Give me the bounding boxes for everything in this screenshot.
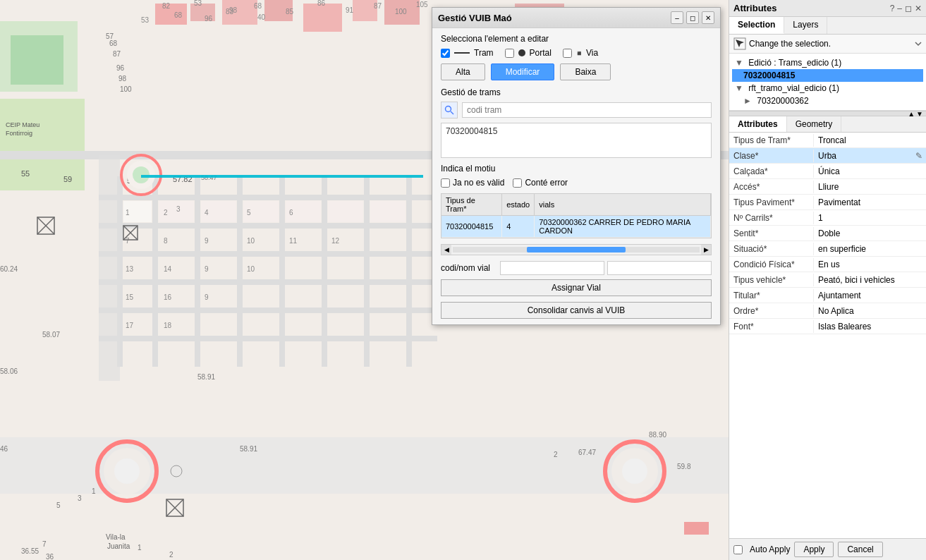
tram-checkbox-item: Tram bbox=[441, 48, 494, 58]
tab-layers[interactable]: Layers bbox=[784, 17, 827, 34]
svg-text:10: 10 bbox=[247, 237, 255, 245]
svg-text:88.90: 88.90 bbox=[649, 431, 666, 439]
attr-value: No Aplica bbox=[814, 305, 926, 317]
search-icon-btn[interactable] bbox=[441, 102, 458, 118]
attr-row: Tipus de Tram* Troncal bbox=[729, 133, 926, 148]
tram-checkbox[interactable] bbox=[441, 49, 450, 58]
tree-label-70320004815: 70320004815 bbox=[743, 71, 795, 80]
indica-motiu-label: Indica el motiu bbox=[441, 164, 712, 174]
dialog-restore-btn[interactable]: ◻ bbox=[686, 11, 699, 24]
attr-tab-attributes[interactable]: Attributes bbox=[729, 116, 787, 132]
attr-row: Font* Islas Baleares bbox=[729, 319, 926, 334]
portal-checkbox[interactable] bbox=[505, 49, 514, 58]
tree-item-70320000362[interactable]: ► 70320000362 bbox=[732, 95, 923, 107]
modificar-btn[interactable]: Modificar bbox=[491, 63, 555, 80]
svg-text:11: 11 bbox=[289, 237, 298, 245]
right-panel: Attributes ? – ◻ ✕ Selection Layers Chan… bbox=[729, 0, 926, 560]
assignar-vial-btn[interactable]: Assignar Vial bbox=[441, 279, 712, 296]
svg-text:98: 98 bbox=[118, 75, 127, 83]
attr-label: Calçada* bbox=[729, 165, 814, 178]
attr-row: Clase* Urba ✎ bbox=[729, 148, 926, 164]
attr-label: Font* bbox=[729, 320, 814, 333]
tab-selection[interactable]: Selection bbox=[729, 17, 784, 34]
conte-error-checkbox[interactable] bbox=[513, 178, 522, 188]
col-id-tramo: Tipus de Tram* bbox=[441, 194, 502, 216]
svg-text:59.8: 59.8 bbox=[677, 463, 691, 470]
baixa-btn[interactable]: Baixa bbox=[560, 63, 611, 80]
scroll-right-arrow[interactable]: ▶ bbox=[701, 245, 711, 255]
portal-circle-icon bbox=[518, 49, 525, 56]
selection-bar: Change the selection. bbox=[729, 35, 926, 54]
svg-text:1: 1 bbox=[126, 209, 130, 217]
attr-row: Situació* en superficie bbox=[729, 241, 926, 257]
tree-item-70320004815[interactable]: 70320004815 bbox=[732, 69, 923, 82]
search-icon bbox=[444, 105, 454, 115]
svg-text:96: 96 bbox=[116, 64, 125, 72]
ja-no-valid-checkbox[interactable] bbox=[441, 178, 450, 188]
auto-apply-checkbox[interactable] bbox=[733, 545, 743, 554]
svg-text:98: 98 bbox=[229, 6, 238, 14]
expand-icon: ▼ bbox=[735, 58, 743, 68]
ja-no-valid-item: Ja no es vàlid bbox=[441, 178, 504, 188]
auto-apply-label: Auto Apply bbox=[750, 544, 790, 554]
svg-text:2: 2 bbox=[169, 551, 173, 559]
attr-row: Nº Carrils* 1 bbox=[729, 210, 926, 226]
svg-text:87: 87 bbox=[113, 50, 121, 58]
vial-input-1[interactable] bbox=[500, 261, 604, 275]
tree-item-rft[interactable]: ▼ rft_tramo_vial_edicio (1) bbox=[732, 82, 923, 95]
tree-area: ▼ Edició : Trams_edicio (1) 70320004815 … bbox=[729, 54, 926, 111]
attr-row: Sentit* Doble bbox=[729, 226, 926, 241]
panel-help-btn[interactable]: ? bbox=[890, 4, 895, 13]
dialog-minimize-btn[interactable]: – bbox=[671, 11, 683, 24]
consolidar-canvis-btn[interactable]: Consolidar canvis al VUIB bbox=[441, 302, 712, 319]
ja-no-valid-label: Ja no es vàlid bbox=[453, 178, 504, 188]
attr-row: Calçada* Única bbox=[729, 164, 926, 179]
attr-label: Sentit* bbox=[729, 227, 814, 240]
table-row[interactable]: 70320004815 4 70320000362 CARRER DE PEDR… bbox=[441, 216, 711, 238]
svg-point-134 bbox=[446, 106, 451, 112]
vial-input-2[interactable] bbox=[607, 261, 712, 275]
table-scrollbar[interactable]: ◀ ▶ bbox=[441, 244, 712, 255]
attr-row: Tipus vehicle* Peató, bici i vehicles bbox=[729, 272, 926, 288]
dialog-close-btn[interactable]: ✕ bbox=[702, 11, 714, 24]
via-checkbox[interactable] bbox=[563, 49, 572, 58]
svg-text:55: 55 bbox=[21, 169, 30, 178]
svg-rect-3 bbox=[155, 4, 187, 25]
svg-text:85: 85 bbox=[286, 8, 294, 16]
svg-text:18: 18 bbox=[164, 322, 172, 329]
svg-text:9: 9 bbox=[205, 293, 209, 301]
alta-btn[interactable]: Alta bbox=[441, 63, 485, 80]
svg-point-83 bbox=[622, 458, 647, 484]
svg-text:15: 15 bbox=[126, 293, 134, 301]
cell-id-tramo: 70320004815 bbox=[441, 216, 502, 238]
svg-text:9: 9 bbox=[205, 265, 209, 273]
scroll-left-arrow[interactable]: ◀ bbox=[441, 245, 451, 255]
svg-text:8: 8 bbox=[164, 237, 168, 245]
svg-text:10: 10 bbox=[247, 265, 255, 273]
change-selection-label: Change the selection. bbox=[749, 39, 912, 49]
gestio-trams-label: Gestió de trams bbox=[441, 87, 712, 97]
panel-minimize-btn[interactable]: – bbox=[897, 4, 902, 13]
attr-label: Tipus de Tram* bbox=[729, 134, 814, 147]
svg-text:12: 12 bbox=[331, 237, 340, 245]
dialog-title: Gestió VUIB Maó bbox=[438, 13, 512, 23]
attr-label: Accés* bbox=[729, 181, 814, 193]
apply-btn[interactable]: Apply bbox=[794, 542, 834, 557]
svg-rect-41 bbox=[370, 201, 406, 222]
cancel-btn[interactable]: Cancel bbox=[838, 542, 882, 557]
svg-text:Vila-la: Vila-la bbox=[106, 533, 126, 541]
attr-tab-geometry[interactable]: Geometry bbox=[787, 116, 842, 132]
panel-close-btn[interactable]: ✕ bbox=[915, 4, 922, 13]
attr-edit-icon[interactable]: ✎ bbox=[912, 151, 926, 161]
conte-error-item: Conté error bbox=[513, 178, 568, 188]
attr-table: Tipus de Tram* Troncal Clase* Urba ✎ Cal… bbox=[729, 133, 926, 538]
svg-text:17: 17 bbox=[126, 322, 134, 329]
dialog: Gestió VUIB Maó – ◻ ✕ Selecciona l'eleme… bbox=[432, 7, 721, 325]
selection-icon bbox=[733, 37, 746, 50]
svg-text:9: 9 bbox=[205, 237, 209, 245]
scroll-track[interactable] bbox=[453, 247, 700, 252]
panel-restore-btn[interactable]: ◻ bbox=[905, 4, 912, 13]
codi-tram-input[interactable] bbox=[462, 102, 712, 118]
tree-item-edicio[interactable]: ▼ Edició : Trams_edicio (1) bbox=[732, 56, 923, 69]
via-icon: ◾ bbox=[575, 49, 583, 57]
